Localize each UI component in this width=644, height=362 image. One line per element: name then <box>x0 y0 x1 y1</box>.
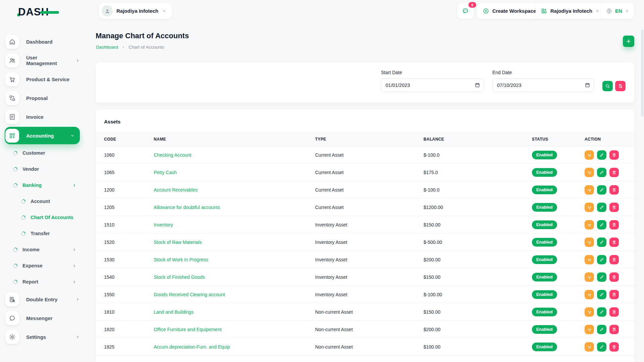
start-date-input[interactable] <box>381 78 484 92</box>
sidebar-item-proposal[interactable]: Proposal <box>0 89 85 107</box>
edit-action-button[interactable] <box>597 185 606 195</box>
sidebar-item-report[interactable]: Report <box>0 274 85 290</box>
account-name-link[interactable]: Inventory <box>154 222 173 227</box>
journal-action-button[interactable] <box>585 150 594 160</box>
delete-action-button[interactable] <box>609 238 619 247</box>
sidebar-item-double-entry[interactable]: Double Entry <box>0 290 85 309</box>
pulse-icon <box>587 222 592 227</box>
edit-action-button[interactable] <box>597 342 606 352</box>
sidebar-item-label: Accounting <box>26 133 54 139</box>
table-row: 1060Checking AccountCurrent Asset$-100.0… <box>96 146 634 164</box>
calendar-icon[interactable] <box>585 82 590 88</box>
edit-action-button[interactable] <box>597 168 606 177</box>
breadcrumb: Dashboard Chart of Accounts <box>96 45 164 50</box>
account-name-link[interactable]: Allowance for doubtful accounts <box>154 205 220 210</box>
app-logo[interactable]: DASH <box>18 5 72 19</box>
edit-action-button[interactable] <box>597 307 606 317</box>
edit-action-button[interactable] <box>597 255 606 264</box>
sidebar-item-label: Banking <box>22 183 42 188</box>
workspace-selector[interactable]: Rajodiya Infotech <box>99 3 172 19</box>
reset-filter-button[interactable] <box>615 81 626 91</box>
journal-action-button[interactable] <box>585 272 594 282</box>
sidebar-item-product-service[interactable]: Product & Service <box>0 70 85 89</box>
sidebar-item-invoice[interactable]: Invoice <box>0 107 85 126</box>
sidebar-item-label: Expense <box>22 263 43 268</box>
delete-action-button[interactable] <box>609 220 619 229</box>
apply-filter-button[interactable] <box>602 81 613 91</box>
create-workspace-button[interactable]: Create Workspace <box>477 3 542 19</box>
delete-action-button[interactable] <box>609 185 619 195</box>
journal-action-button[interactable] <box>585 220 594 229</box>
edit-action-button[interactable] <box>597 290 606 299</box>
account-code: 1200 <box>96 181 145 199</box>
start-date-label: Start Date <box>381 70 484 75</box>
delete-action-button[interactable] <box>609 325 619 334</box>
sidebar-item-transfer[interactable]: Transfer <box>0 225 85 242</box>
journal-action-button[interactable] <box>585 342 594 352</box>
sidebar-item-income[interactable]: Income <box>0 242 85 258</box>
sidebar-item-vendor[interactable]: Vendor <box>0 161 85 177</box>
delete-action-button[interactable] <box>609 290 619 299</box>
language-selector[interactable]: EN <box>601 3 634 19</box>
sidebar-item-expense[interactable]: Expense <box>0 258 85 274</box>
add-account-button[interactable] <box>623 36 634 47</box>
account-name-link[interactable]: Goods Received Clearing account <box>154 292 225 297</box>
table-row: 1065Petty CashCurrent Asset$175.0Enabled <box>96 164 634 181</box>
journal-action-button[interactable] <box>585 325 594 334</box>
account-name-link[interactable]: Checking Account <box>154 152 191 158</box>
journal-action-button[interactable] <box>585 238 594 247</box>
journal-action-button[interactable] <box>585 185 594 195</box>
account-name-link[interactable]: Land and Buildings <box>154 309 194 315</box>
account-name-link[interactable]: Accum.depreciation-Furn. and Equip <box>154 344 230 350</box>
journal-action-button[interactable] <box>585 203 594 212</box>
pencil-icon <box>599 257 604 262</box>
delete-action-button[interactable] <box>609 342 619 352</box>
sidebar-item-chart-of-accounts[interactable]: Chart Of Accounts <box>0 209 85 225</box>
breadcrumb-dashboard-link[interactable]: Dashboard <box>96 45 118 50</box>
sidebar-item-messenger[interactable]: Messenger <box>0 309 85 327</box>
account-code: 1060 <box>96 146 145 164</box>
sidebar-item-account[interactable]: Account <box>0 193 85 209</box>
sidebar-item-dashboard[interactable]: Dashboard <box>0 32 85 51</box>
edit-action-button[interactable] <box>597 220 606 229</box>
sidebar-item-customer[interactable]: Customer <box>0 145 85 161</box>
edit-action-button[interactable] <box>597 238 606 247</box>
scrollbar-thumb[interactable] <box>641 30 644 117</box>
sidebar-item-accounting[interactable]: Accounting <box>5 127 80 144</box>
pencil-icon <box>599 345 604 349</box>
journal-action-button[interactable] <box>585 290 594 299</box>
breadcrumb-current: Chart of Accounts <box>129 45 164 50</box>
account-name-link[interactable]: Stock of Finished Goods <box>154 274 205 280</box>
calendar-icon[interactable] <box>475 82 480 88</box>
account-name-link[interactable]: Account Receivables <box>154 187 198 193</box>
journal-action-button[interactable] <box>585 168 594 177</box>
edit-action-button[interactable] <box>597 325 606 334</box>
delete-action-button[interactable] <box>609 255 619 264</box>
section-title: Assets <box>96 110 634 124</box>
sidebar-item-settings[interactable]: Settings <box>0 327 85 346</box>
delete-action-button[interactable] <box>609 168 619 177</box>
edit-action-button[interactable] <box>597 203 606 212</box>
account-name-link[interactable]: Office Furniture and Equipement <box>154 327 221 332</box>
page-scrollbar[interactable] <box>641 23 644 359</box>
sidebar-item-banking[interactable]: Banking <box>0 177 85 193</box>
sidebar-item-label: Customer <box>22 150 45 156</box>
sidebar-item-user-management[interactable]: User Management <box>0 51 85 70</box>
journal-action-button[interactable] <box>585 307 594 317</box>
chevron-right-icon <box>76 58 80 63</box>
journal-action-button[interactable] <box>585 255 594 264</box>
company-selector[interactable]: Rajodiya Infotech <box>536 3 605 19</box>
account-name-link[interactable]: Stock of Work In Progress <box>154 257 208 262</box>
end-date-input[interactable] <box>492 78 594 92</box>
delete-action-button[interactable] <box>609 150 619 160</box>
account-name-link[interactable]: Petty Cash <box>154 170 177 175</box>
pulse-icon <box>587 309 592 314</box>
sidebar-item-label: Report <box>22 279 38 285</box>
trash-icon <box>612 240 616 245</box>
edit-action-button[interactable] <box>597 150 606 160</box>
edit-action-button[interactable] <box>597 272 606 282</box>
account-name-link[interactable]: Stock of Raw Materials <box>154 240 202 245</box>
delete-action-button[interactable] <box>609 272 619 282</box>
delete-action-button[interactable] <box>609 307 619 317</box>
delete-action-button[interactable] <box>609 203 619 212</box>
